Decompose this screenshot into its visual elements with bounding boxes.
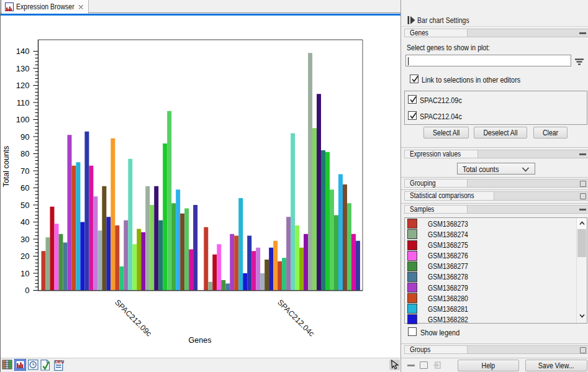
svg-text:110: 110 <box>17 98 30 107</box>
svg-text:0: 0 <box>25 286 29 295</box>
svg-text:80: 80 <box>20 149 29 158</box>
svg-text:SPAC212.04c: SPAC212.04c <box>276 298 316 338</box>
svg-text:50: 50 <box>20 201 29 210</box>
svg-text:DEU: DEU <box>55 360 65 364</box>
svg-text:40: 40 <box>20 217 29 227</box>
svg-text:20: 20 <box>20 252 29 261</box>
svg-text:130: 130 <box>16 64 30 73</box>
svg-text:100: 100 <box>16 115 30 124</box>
svg-text:30: 30 <box>20 235 29 244</box>
svg-text:90: 90 <box>20 132 29 142</box>
svg-text:SPAC212.09c: SPAC212.09c <box>113 298 153 338</box>
svg-text:120: 120 <box>16 81 30 90</box>
svg-text:70: 70 <box>20 166 29 176</box>
svg-text:Genes: Genes <box>189 336 212 345</box>
svg-text:60: 60 <box>20 183 29 193</box>
svg-text:140: 140 <box>16 47 30 56</box>
svg-text:10: 10 <box>20 269 29 278</box>
svg-text:Total counts: Total counts <box>2 146 11 188</box>
